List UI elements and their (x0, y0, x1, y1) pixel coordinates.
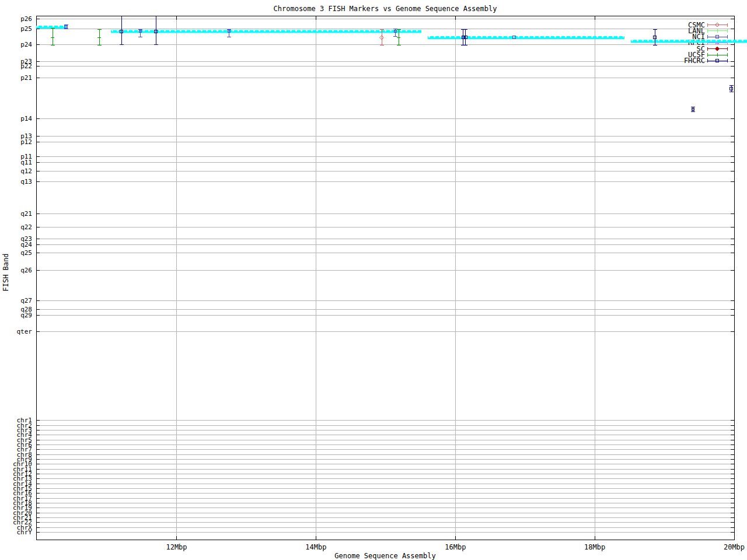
band-axis-label: q27 (20, 297, 32, 304)
band-axis-label: p12 (20, 138, 32, 146)
x-tick-label: 16Mbp (445, 543, 466, 551)
legend-label-FHCRC: FHCRC (684, 57, 705, 65)
chart-title: Chromosome 3 FISH Markers vs Genome Sequ… (274, 5, 497, 13)
band-axis-label: q11 (20, 159, 32, 166)
band-axis-label: q12 (20, 167, 32, 175)
band-axis-label: p22 (20, 62, 32, 70)
band-axis-label: qter (17, 328, 33, 335)
band-axis-label: p25 (20, 25, 32, 33)
band-axis-label: p24 (20, 41, 32, 48)
fish-chart-canvas: p26p25p24p23p22p21p14p13p12p11q11q12q13q… (0, 0, 747, 560)
x-tick-label: 12Mbp (166, 543, 187, 551)
chart-page: p26p25p24p23p22p21p14p13p12p11q11q12q13q… (0, 0, 747, 560)
band-axis-label: q29 (20, 312, 32, 319)
band-axis-label: q13 (20, 178, 32, 186)
band-axis-label: q25 (20, 249, 32, 257)
plot-border (36, 16, 734, 540)
band-axis-label: p21 (20, 74, 32, 82)
x-axis-title: Genome Sequence Assembly (334, 552, 435, 560)
band-axis-label: q24 (20, 241, 32, 249)
x-tick-label: 18Mbp (584, 543, 605, 551)
coverage-segment (428, 36, 624, 39)
y-axis-title: FISH Band (2, 253, 10, 291)
x-tick-label: 20Mbp (724, 543, 745, 551)
band-axis-label: q26 (20, 267, 32, 274)
chr-axis-label: chrY (17, 528, 33, 536)
legend-sample-marker (715, 47, 720, 51)
chart-generated-layer: p26p25p24p23p22p21p14p13p12p11q11q12q13q… (13, 15, 747, 552)
band-axis-label: q22 (20, 223, 32, 231)
band-axis-label: q21 (20, 210, 32, 218)
band-axis-label: p26 (20, 15, 32, 23)
x-tick-label: 14Mbp (305, 543, 326, 551)
band-axis-label: p14 (20, 115, 32, 123)
